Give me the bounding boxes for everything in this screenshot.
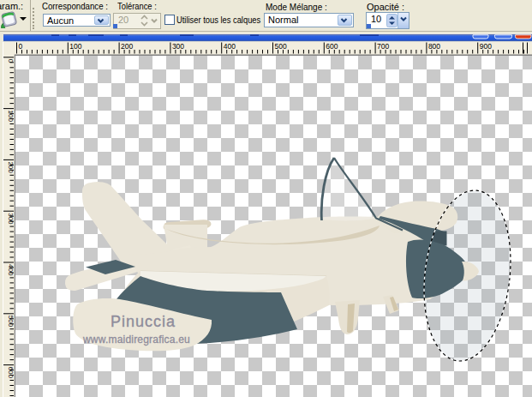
svg-text:500: 500 bbox=[7, 316, 15, 328]
svg-text:300: 300 bbox=[172, 42, 184, 51]
svg-text:200: 200 bbox=[121, 42, 133, 51]
svg-text:100: 100 bbox=[7, 111, 15, 123]
svg-text:www.maidiregrafica.eu: www.maidiregrafica.eu bbox=[82, 334, 190, 346]
svg-text:300: 300 bbox=[7, 213, 15, 225]
svg-text:900: 900 bbox=[480, 42, 492, 51]
svg-text:600: 600 bbox=[326, 42, 338, 51]
svg-text:400: 400 bbox=[7, 264, 15, 276]
svg-text:600: 600 bbox=[7, 367, 15, 379]
svg-text:100: 100 bbox=[69, 42, 81, 51]
svg-text:200: 200 bbox=[7, 161, 15, 173]
svg-text:400: 400 bbox=[224, 42, 236, 51]
svg-text:700: 700 bbox=[377, 42, 389, 51]
svg-text:800: 800 bbox=[428, 42, 440, 51]
svg-text:0: 0 bbox=[19, 42, 23, 51]
svg-text:Pinuccia: Pinuccia bbox=[111, 313, 176, 330]
svg-text:500: 500 bbox=[275, 42, 287, 51]
